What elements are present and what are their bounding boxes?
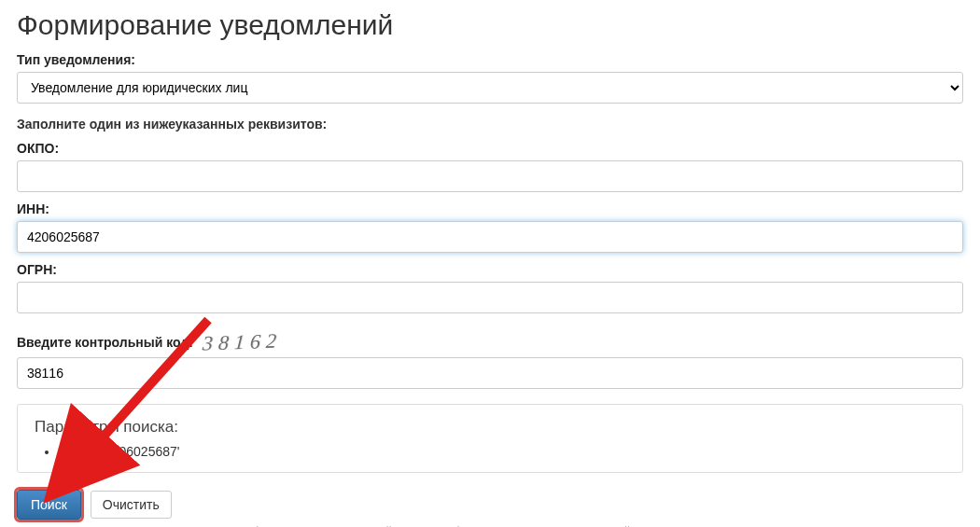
search-params-title: Параметры поиска: [35, 418, 945, 437]
captcha-input[interactable] [17, 357, 963, 389]
search-params-panel: Параметры поиска: ИНН = '4206025687' [17, 404, 963, 473]
page-title: Формирование уведомлений [17, 9, 963, 41]
inn-input[interactable] [17, 221, 963, 253]
notification-type-select[interactable]: Уведомление для юридических лиц [17, 72, 963, 104]
inn-label: ИНН: [17, 201, 963, 216]
ogrn-label: ОГРН: [17, 262, 963, 277]
notification-type-label: Тип уведомления: [17, 52, 963, 67]
captcha-label: Введите контрольный код: [17, 335, 193, 350]
search-button[interactable]: Поиск [17, 490, 81, 520]
ogrn-input[interactable] [17, 282, 963, 313]
search-params-item: ИНН = '4206025687' [59, 444, 945, 459]
fill-one-heading: Заполните один из нижеуказанных реквизит… [17, 117, 963, 132]
captcha-image: 38162 [202, 331, 283, 354]
okpo-label: ОКПО: [17, 141, 963, 156]
clear-button[interactable]: Очистить [91, 491, 172, 519]
okpo-input[interactable] [17, 160, 963, 192]
